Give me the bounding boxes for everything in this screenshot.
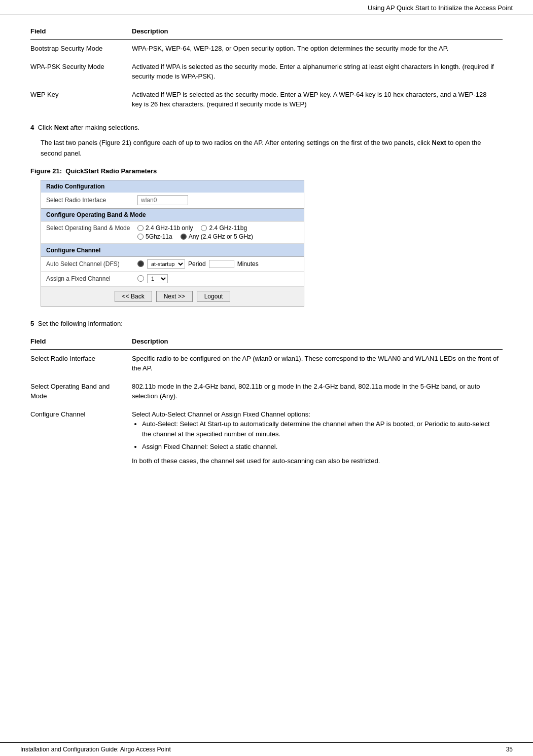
table-row: Configure Channel Select Auto-Select Cha… — [30, 405, 503, 470]
rc-buttons-row: << Back Next >> Logout — [41, 286, 304, 306]
field-name: Configure Channel — [30, 405, 132, 470]
table-row: Select Radio Interface Specific radio to… — [30, 349, 503, 377]
radio-circle-2 — [137, 234, 144, 240]
figure-label: Figure 21: QuickStart Radio Parameters — [30, 167, 503, 175]
field-name: Bootstrap Security Mode — [30, 40, 132, 58]
radio-config-panel: Radio Configuration Select Radio Interfa… — [41, 180, 304, 307]
fixed-channel-row: Assign a Fixed Channel 1 2 6 11 — [41, 272, 304, 286]
main-content: Field Description Bootstrap Security Mod… — [0, 15, 533, 500]
field-desc: Specific radio to be configured on the A… — [132, 349, 503, 377]
band-option-0[interactable]: 2.4 GHz-11b only — [137, 224, 193, 232]
radio-circle-3 — [181, 234, 187, 240]
field-table-2: Field Description Select Radio Interface… — [30, 335, 503, 470]
page-footer: Installation and Configuration Guide: Ai… — [0, 742, 533, 756]
field-desc-configure: Select Auto-Select Channel or Assign Fix… — [132, 405, 503, 470]
auto-channel-row: Auto Select Channel (DFS) at-startup per… — [41, 257, 304, 272]
auto-channel-select[interactable]: at-startup periodic — [147, 259, 185, 269]
band-mode-options: 2.4 GHz-11b only 2.4 GHz-11bg 5Ghz-11a — [137, 224, 253, 240]
select-radio-label: Select Radio Interface — [46, 197, 137, 204]
header-title: Using AP Quick Start to Initialize the A… — [368, 4, 513, 12]
table-row: Bootstrap Security Mode WPA-PSK, WEP-64,… — [30, 40, 503, 58]
band-mode-label: Select Operating Band & Mode — [46, 224, 137, 232]
step5-line: 5 Set the following information: — [30, 319, 503, 329]
step4-num: 4 — [30, 124, 34, 131]
select-radio-input[interactable] — [137, 195, 188, 205]
table-row: Select Operating Band and Mode 802.11b m… — [30, 377, 503, 405]
fixed-channel-controls: 1 2 6 11 — [137, 274, 168, 283]
field-name: Select Radio Interface — [30, 349, 132, 377]
channel-header: Configure Channel — [41, 244, 304, 257]
table1-col1-header: Field — [30, 25, 132, 40]
fixed-channel-label: Assign a Fixed Channel — [46, 275, 137, 282]
period-input[interactable] — [209, 260, 234, 268]
fixed-channel-select[interactable]: 1 2 6 11 — [147, 274, 168, 283]
field-desc: WPA-PSK, WEP-64, WEP-128, or Open securi… — [132, 40, 503, 58]
auto-channel-label: Auto Select Channel (DFS) — [46, 260, 137, 268]
period-label: Period — [188, 260, 206, 268]
band-mode-option-row-1: 2.4 GHz-11b only 2.4 GHz-11bg — [137, 224, 253, 232]
band-label-1: 2.4 GHz-11bg — [209, 224, 247, 232]
minutes-label: Minutes — [237, 260, 259, 268]
auto-channel-radio[interactable] — [137, 260, 144, 267]
select-radio-interface-row: Select Radio Interface — [41, 193, 304, 208]
configure-channel-after: In both of these cases, the channel set … — [132, 457, 380, 465]
logout-button[interactable]: Logout — [197, 291, 231, 302]
band-option-3[interactable]: Any (2.4 GHz or 5 GHz) — [181, 233, 253, 240]
figure-title: QuickStart Radio Parameters — [65, 167, 157, 175]
field-name: WEP Key — [30, 86, 132, 114]
figure-num: Figure 21: — [30, 167, 62, 175]
band-mode-row: Select Operating Band & Mode 2.4 GHz-11b… — [41, 221, 304, 244]
step5-num: 5 — [30, 320, 34, 327]
step4-line: 4 Click Next after making selections. — [30, 123, 503, 133]
table2-col2-header: Description — [132, 335, 503, 350]
table-row: WEP Key Activated if WEP is selected as … — [30, 86, 503, 114]
band-mode-option-row-2: 5Ghz-11a Any (2.4 GHz or 5 GHz) — [137, 233, 253, 240]
step4-para: The last two panels (Figure 21) configur… — [41, 138, 503, 159]
radio-circle-0 — [137, 225, 144, 231]
field-desc: Activated if WEP is selected as the secu… — [132, 86, 503, 114]
fixed-channel-radio[interactable] — [137, 275, 144, 282]
step5-text: Set the following information: — [38, 320, 123, 327]
configure-channel-main: Select Auto-Select Channel or Assign Fix… — [132, 410, 310, 418]
band-option-1[interactable]: 2.4 GHz-11bg — [201, 224, 247, 232]
table-row: WPA-PSK Security Mode Activated if WPA i… — [30, 58, 503, 86]
band-mode-header: Configure Operating Band & Mode — [41, 208, 304, 221]
field-desc: 802.11b mode in the 2.4-GHz band, 802.11… — [132, 377, 503, 405]
radio-circle-1 — [201, 225, 207, 231]
radio-config-header: Radio Configuration — [41, 180, 304, 193]
band-label-2: 5Ghz-11a — [146, 233, 172, 240]
table1-col2-header: Description — [132, 25, 503, 40]
field-name: WPA-PSK Security Mode — [30, 58, 132, 86]
step4-text: Click Next after making selections. — [38, 124, 139, 131]
back-button[interactable]: << Back — [115, 291, 152, 302]
page-header: Using AP Quick Start to Initialize the A… — [0, 0, 533, 15]
band-label-0: 2.4 GHz-11b only — [146, 224, 193, 232]
field-name: Select Operating Band and Mode — [30, 377, 132, 405]
footer-right: 35 — [506, 746, 513, 753]
band-label-3: Any (2.4 GHz or 5 GHz) — [189, 233, 253, 240]
bullet-1: Assign Fixed Channel: Select a static ch… — [142, 442, 499, 452]
footer-left: Installation and Configuration Guide: Ai… — [20, 746, 171, 753]
configure-channel-bullets: Auto-Select: Select At Start-up to autom… — [142, 419, 499, 452]
bullet-0: Auto-Select: Select At Start-up to autom… — [142, 419, 499, 439]
band-option-2[interactable]: 5Ghz-11a — [137, 233, 172, 240]
table2-col1-header: Field — [30, 335, 132, 350]
next-button[interactable]: Next >> — [156, 291, 193, 302]
field-table-1: Field Description Bootstrap Security Mod… — [30, 25, 503, 114]
auto-channel-controls: at-startup periodic Period Minutes — [137, 259, 259, 269]
field-desc: Activated if WPA is selected as the secu… — [132, 58, 503, 86]
